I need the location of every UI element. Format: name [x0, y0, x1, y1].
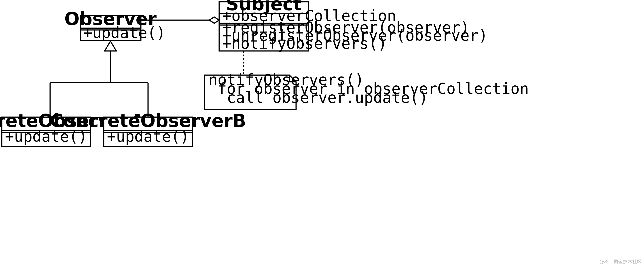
- watermark-text: @稀土掘金技术社区: [600, 258, 642, 265]
- generalization-triangle-icon: [105, 41, 116, 51]
- class-concrete-b-method-0: +update(): [107, 128, 189, 145]
- uml-diagram: Observer +update() Subject +observerColl…: [0, 0, 644, 266]
- class-observer-method-0: +update(): [83, 24, 166, 42]
- class-observer: Observer +update(): [64, 8, 166, 42]
- aggregation-diamond-icon: [209, 17, 219, 23]
- note-notify-observers: notifyObservers() for observer in observ…: [204, 71, 529, 110]
- class-subject-method-2: +notifyObservers(): [222, 35, 387, 52]
- class-subject: Subject +observerCollection +registerObs…: [219, 0, 488, 52]
- relation-generalization: [50, 41, 148, 117]
- note-line-2: call observer.update(): [208, 89, 428, 106]
